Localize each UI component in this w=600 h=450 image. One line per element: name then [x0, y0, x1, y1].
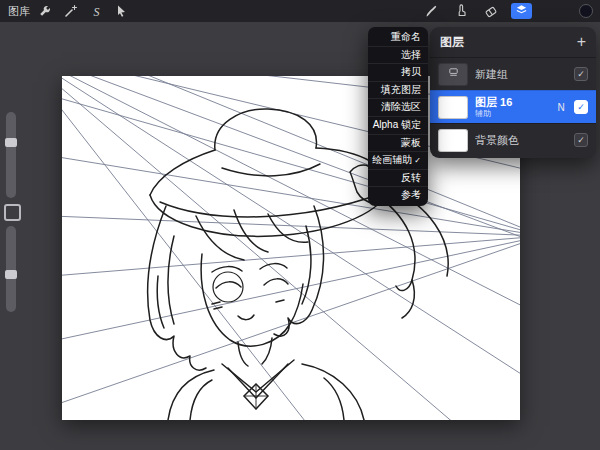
paintbrush-icon	[424, 4, 438, 18]
menu-item-alpha-lock[interactable]: Alpha 锁定	[368, 117, 428, 135]
layer-visibility-checkbox[interactable]: ✓	[574, 133, 588, 147]
wrench-icon	[38, 4, 52, 18]
brush-size-slider[interactable]	[6, 112, 16, 198]
menu-item-rename[interactable]: 重命名	[368, 29, 428, 47]
brush-button[interactable]	[424, 4, 438, 18]
magic-wand-icon	[64, 4, 78, 18]
menu-item-invert[interactable]: 反转	[368, 170, 428, 188]
brush-size-slider-handle[interactable]	[5, 138, 17, 147]
layer-row-background[interactable]: 背景颜色 ✓	[430, 123, 596, 156]
menu-item-select[interactable]: 选择	[368, 47, 428, 65]
menu-item-drawing-assist[interactable]: 绘画辅助✓	[368, 152, 428, 170]
layer-thumbnail	[438, 96, 468, 119]
menu-item-label: 绘画辅助	[372, 154, 412, 165]
layer-options-menu: 重命名 选择 拷贝 填充图层 清除选区 Alpha 锁定 蒙板 绘画辅助✓ 反转…	[368, 27, 428, 206]
menu-item-copy[interactable]: 拷贝	[368, 64, 428, 82]
menu-item-reference[interactable]: 参考	[368, 187, 428, 204]
selection-button[interactable]: S	[90, 4, 104, 18]
layers-panel-header: 图层 +	[430, 27, 596, 57]
layer-name: 新建组	[475, 68, 567, 81]
blend-mode-button[interactable]: N	[555, 102, 567, 113]
color-swatch-button[interactable]	[579, 4, 593, 18]
layers-panel-title: 图层	[440, 34, 577, 51]
check-icon: ✓	[577, 69, 585, 79]
layer-name: 图层 16	[475, 96, 548, 109]
modify-button[interactable]	[4, 204, 21, 221]
layer-name: 背景颜色	[475, 134, 567, 147]
layer-assist-badge: 辅助	[475, 109, 548, 118]
actions-button[interactable]	[38, 4, 52, 18]
layers-panel: 图层 + 新建组 ✓ 图层 16 辅助 N ✓ 背景颜色 ✓	[430, 27, 596, 158]
opacity-slider[interactable]	[6, 226, 16, 312]
layer-row-group[interactable]: 新建组 ✓	[430, 57, 596, 90]
group-thumbnail	[438, 63, 468, 86]
menu-item-mask[interactable]: 蒙板	[368, 135, 428, 153]
checkmark-icon: ✓	[414, 156, 421, 165]
cursor-arrow-icon	[114, 4, 128, 18]
gallery-button[interactable]: 图库	[8, 4, 30, 19]
layer-visibility-checkbox[interactable]: ✓	[574, 67, 588, 81]
check-icon: ✓	[577, 102, 585, 112]
layers-stack-icon	[515, 2, 528, 20]
menu-item-fill-layer[interactable]: 填充图层	[368, 82, 428, 100]
layer-row-layer-16[interactable]: 图层 16 辅助 N ✓	[430, 90, 596, 123]
opacity-slider-handle[interactable]	[5, 270, 17, 279]
add-layer-button[interactable]: +	[577, 34, 586, 50]
layer-visibility-checkbox[interactable]: ✓	[574, 100, 588, 114]
layers-button[interactable]	[511, 3, 532, 19]
check-icon: ✓	[577, 135, 585, 145]
folder-stack-icon	[447, 65, 460, 83]
smudge-finger-icon	[454, 4, 468, 18]
eraser-icon	[484, 4, 498, 18]
selection-s-icon: S	[90, 4, 104, 18]
adjustments-button[interactable]	[64, 4, 78, 18]
eraser-button[interactable]	[484, 4, 498, 18]
top-toolbar: 图库 S	[0, 0, 600, 22]
smudge-button[interactable]	[454, 4, 468, 18]
background-thumbnail	[438, 129, 468, 152]
menu-item-clear[interactable]: 清除选区	[368, 99, 428, 117]
transform-button[interactable]	[114, 4, 128, 18]
svg-text:S: S	[93, 5, 99, 18]
